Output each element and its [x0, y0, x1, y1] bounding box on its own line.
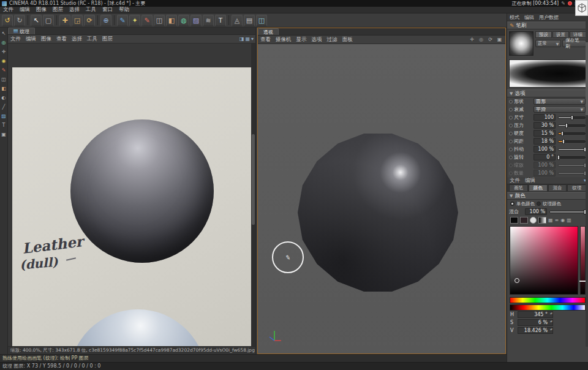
single-color-radio[interactable]	[510, 202, 514, 206]
vp-menu-options[interactable]: 选项	[309, 36, 325, 43]
spacing-value[interactable]: 18 %	[533, 138, 556, 145]
saturation-value-picker[interactable]	[510, 226, 578, 295]
rail-fill-icon[interactable]	[0, 111, 7, 121]
rail-brush-icon[interactable]	[0, 66, 7, 75]
pen-tool-icon[interactable]	[117, 15, 128, 26]
rect-selection-icon[interactable]	[43, 15, 54, 26]
tab-edit[interactable]: 编辑	[522, 14, 537, 21]
tab-texture[interactable]: 纹理	[8, 28, 35, 34]
menu-window[interactable]: 窗口	[99, 6, 116, 13]
preset-spectrum-bar[interactable]	[510, 304, 586, 311]
vp-menu-panel[interactable]: 面板	[340, 36, 355, 43]
save-brush-button[interactable]: 保存笔刷	[562, 40, 586, 47]
layers-icon[interactable]	[244, 15, 255, 26]
redo-icon[interactable]	[14, 15, 25, 26]
tex-menu-edit[interactable]: 编辑	[23, 36, 39, 43]
clone-stamp-icon[interactable]	[154, 15, 165, 26]
grid-view-icon[interactable]: ▦	[548, 217, 553, 223]
fill-bucket-icon[interactable]	[178, 15, 189, 26]
menu-tools[interactable]: 工具	[83, 6, 99, 13]
vp-menu-filter[interactable]: 过滤	[325, 36, 340, 43]
picker-cursor[interactable]	[514, 278, 519, 283]
smudge-tool-icon[interactable]	[203, 15, 214, 26]
rail-clone-icon[interactable]	[0, 75, 7, 84]
hue-spectrum-bar[interactable]	[510, 297, 586, 303]
rotation-value[interactable]: 0 °	[533, 154, 556, 160]
scale-tool-icon[interactable]	[72, 15, 83, 26]
keyframe-dot-icon[interactable]	[509, 124, 513, 127]
menu-edit[interactable]: 编辑	[17, 6, 33, 13]
tex-menu-image[interactable]: 图像	[39, 36, 54, 43]
background-color-swatch[interactable]	[520, 217, 528, 224]
rotation-slider[interactable]	[558, 156, 586, 159]
gradient-tool-icon[interactable]	[190, 15, 202, 26]
sliders-view-icon[interactable]: ≡	[555, 217, 559, 223]
text-tool-icon[interactable]	[215, 15, 226, 26]
color-section-header[interactable]: ▼ 颜色	[507, 192, 588, 200]
sphere-3d-object[interactable]	[298, 132, 458, 293]
vp-menu-cameras[interactable]: 摄像机	[273, 36, 294, 43]
keyframe-dot-icon[interactable]	[509, 108, 513, 111]
shape-dropdown[interactable]: 圆形▼	[533, 98, 586, 105]
viewport-rotate-icon[interactable]	[486, 37, 494, 42]
tex-menu-select[interactable]: 选择	[69, 36, 85, 43]
tab-mix[interactable]: 混合	[548, 184, 567, 191]
brush-section-header[interactable]: ✎ 笔刷	[507, 21, 588, 29]
tex-menu-layer[interactable]: 图层	[100, 36, 115, 43]
size-slider[interactable]	[558, 116, 586, 119]
rail-line-icon[interactable]	[0, 102, 7, 111]
keyframe-dot-icon[interactable]	[509, 100, 513, 104]
keyframe-dot-icon[interactable]	[509, 156, 513, 159]
value-slider-bar[interactable]	[580, 226, 586, 295]
viewport-maximize-icon[interactable]	[496, 37, 503, 42]
coordinate-system-icon[interactable]	[100, 15, 111, 26]
rail-mask-icon[interactable]	[0, 130, 7, 139]
picker-view-icon[interactable]: ◉	[560, 217, 565, 223]
menu-help[interactable]: 帮助	[116, 6, 132, 13]
viewport-pan-icon[interactable]	[468, 37, 476, 42]
paint-brush-icon[interactable]	[141, 15, 153, 26]
keyframe-dot-icon[interactable]	[509, 116, 513, 119]
hardness-slider[interactable]	[558, 132, 586, 135]
brush-tip-thumbnail[interactable]	[509, 31, 533, 56]
screen-pick-icon[interactable]: ▥	[567, 217, 571, 223]
saturation-value-stepper[interactable]: 6 %	[518, 319, 553, 326]
tex-options-icon[interactable]: ▾	[251, 36, 254, 42]
keyframe-dot-icon[interactable]	[509, 132, 513, 135]
viewport-zoom-icon[interactable]	[477, 37, 485, 42]
tex-lock-icon[interactable]: ◨	[239, 36, 244, 42]
menu-select[interactable]: 选择	[66, 6, 83, 13]
magic-wand-icon[interactable]	[129, 15, 140, 26]
jitter-slider[interactable]	[558, 148, 586, 151]
pressure-slider[interactable]	[558, 124, 586, 127]
live-selection-icon[interactable]	[31, 15, 42, 26]
jitter-value[interactable]: 100 %	[533, 146, 556, 153]
viewport-canvas[interactable]	[258, 44, 505, 353]
color-wheel-icon[interactable]	[530, 217, 537, 224]
reference-image[interactable]: Leather (dull)	[12, 67, 252, 346]
tab-texture-color[interactable]: 纹理	[567, 184, 586, 191]
tab-brush[interactable]: 画笔	[509, 184, 528, 191]
size-value[interactable]: 100	[533, 114, 556, 121]
falloff-dropdown[interactable]: 平滑▼	[533, 106, 586, 113]
hue-value-stepper[interactable]: 345 °	[518, 311, 553, 318]
rail-zoom-icon[interactable]	[0, 38, 7, 47]
vp-menu-display[interactable]: 显示	[294, 36, 309, 43]
attributes-scrollbar[interactable]	[586, 16, 588, 347]
texture-canvas[interactable]: Leather (dull)	[8, 43, 255, 346]
vp-menu-view[interactable]: 查看	[258, 36, 273, 43]
texture-color-radio[interactable]	[537, 202, 541, 206]
undo-icon[interactable]	[2, 15, 13, 26]
menu-layer[interactable]: 图层	[50, 6, 66, 13]
gradient-swatch-icon[interactable]	[538, 217, 546, 224]
mirror-tool-icon[interactable]	[256, 15, 267, 26]
rail-color-picker-icon[interactable]	[0, 56, 7, 66]
pen-icon[interactable]: ✎	[561, 1, 565, 6]
tab-userdata[interactable]: 用户数据	[537, 14, 561, 21]
pressure-value[interactable]: 30 %	[533, 122, 556, 129]
keyframe-dot-icon[interactable]	[509, 140, 513, 143]
options-section-header[interactable]: ▼ 选项	[507, 89, 588, 97]
record-icon[interactable]	[568, 1, 572, 6]
hardness-value[interactable]: 15 %	[533, 130, 556, 137]
menu-image[interactable]: 图像	[33, 6, 50, 13]
